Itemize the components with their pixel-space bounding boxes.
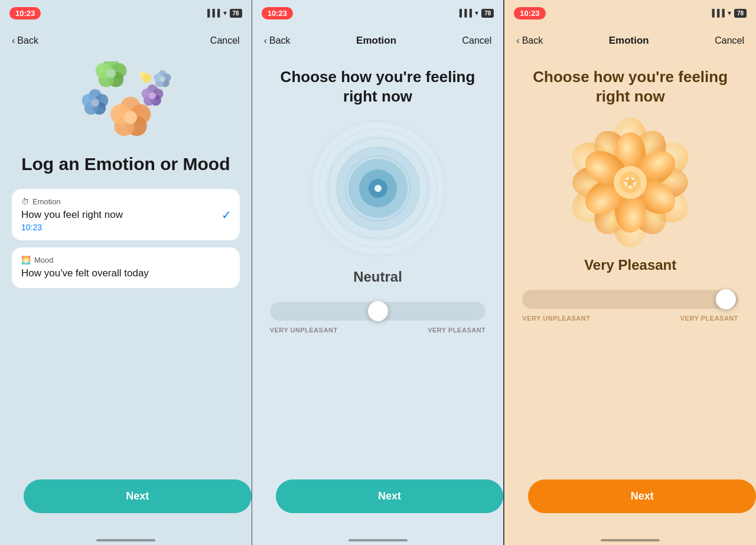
cancel-button-2[interactable]: Cancel xyxy=(462,35,492,46)
mood-icon: 🌅 xyxy=(21,256,31,265)
big-flower-svg xyxy=(565,118,695,247)
flowers-cluster xyxy=(79,61,173,144)
big-flower-visual xyxy=(565,118,695,247)
phone-panel-3: 10:23 ▐▐▐ ▾ 78 ‹ Back Emotion Cancel Cho… xyxy=(504,0,756,545)
mood-label-text: Mood xyxy=(34,256,54,265)
content-2: Choose how you're feeling right now xyxy=(252,56,504,479)
choose-title-2: Choose how you're feeling right now xyxy=(264,67,492,106)
phone-panel-2: 10:23 ▐▐▐ ▾ 78 ‹ Back Emotion Cancel Cho… xyxy=(252,0,504,545)
signal-icon-3: ▐▐▐ xyxy=(709,9,725,17)
slider-thumb-2[interactable] xyxy=(368,301,388,321)
battery-2: 78 xyxy=(481,9,494,18)
back-label-2: Back xyxy=(269,35,291,46)
bottom-bar-2 xyxy=(252,527,504,545)
back-label-3: Back xyxy=(522,35,543,46)
back-button-3[interactable]: ‹ Back xyxy=(516,35,543,46)
cancel-button-3[interactable]: Cancel xyxy=(715,35,744,46)
svg-point-5 xyxy=(106,68,116,78)
emotion-state-label-2: Neutral xyxy=(353,269,402,285)
status-bar-3: 10:23 ▐▐▐ ▾ 78 xyxy=(504,0,756,26)
next-btn-2[interactable]: Next xyxy=(264,479,504,513)
emotion-card[interactable]: ⏱ Emotion How you feel right now 10:23 ✓ xyxy=(12,189,240,240)
status-time-3: 10:23 xyxy=(514,7,545,19)
home-indicator-1 xyxy=(96,539,155,541)
nav-bar-2: ‹ Back Emotion Cancel xyxy=(252,26,504,56)
chevron-left-icon-1: ‹ xyxy=(12,35,15,46)
nav-title-3: Emotion xyxy=(609,35,649,47)
emotion-description: How you feel right now xyxy=(21,208,230,221)
back-button-1[interactable]: ‹ Back xyxy=(12,35,38,46)
flowers-svg xyxy=(79,61,173,144)
nav-bar-3: ‹ Back Emotion Cancel xyxy=(504,26,756,56)
battery-3: 78 xyxy=(734,9,747,18)
nav-title-2: Emotion xyxy=(356,35,396,47)
status-icons-3: ▐▐▐ ▾ 78 xyxy=(709,9,747,18)
next-btn-3[interactable]: Next xyxy=(516,479,756,513)
home-indicator-3 xyxy=(601,539,660,541)
concentric-svg xyxy=(307,118,449,259)
next-btn-1[interactable]: Next xyxy=(12,479,252,513)
slider-labels-3: VERY UNPLEASANT VERY PLEASANT xyxy=(522,315,738,322)
slider-labels-2: VERY UNPLEASANT VERY PLEASANT xyxy=(270,327,486,334)
signal-icon-2: ▐▐▐ xyxy=(457,9,472,17)
log-title: Log an Emotion or Mood xyxy=(21,154,230,175)
mood-card[interactable]: 🌅 Mood How you've felt overall today xyxy=(12,247,240,288)
phone-panel-1: 10:23 ▐▐▐ ▾ 78 ‹ Back Cancel xyxy=(0,0,252,545)
svg-point-11 xyxy=(91,99,99,107)
chevron-left-icon-2: ‹ xyxy=(264,35,267,46)
mood-label-row: 🌅 Mood xyxy=(21,256,230,265)
emotion-time: 10:23 xyxy=(21,223,230,232)
slider-section-2[interactable]: VERY UNPLEASANT VERY PLEASANT xyxy=(264,299,492,334)
svg-point-25 xyxy=(139,71,145,77)
bottom-bar-3 xyxy=(504,527,756,545)
nav-bar-1: ‹ Back Cancel xyxy=(0,26,252,56)
status-bar-1: 10:23 ▐▐▐ ▾ 78 xyxy=(0,0,252,26)
svg-point-43 xyxy=(374,185,382,192)
emotion-label-text: Emotion xyxy=(32,197,61,206)
mood-description: How you've felt overall today xyxy=(21,267,230,280)
checkmark-icon: ✓ xyxy=(221,208,232,222)
emotion-icon: ⏱ xyxy=(21,197,29,206)
bottom-bar-1 xyxy=(0,527,252,545)
back-button-2[interactable]: ‹ Back xyxy=(264,35,291,46)
slider-right-label-2: VERY PLEASANT xyxy=(428,327,485,334)
slider-right-label-3: VERY PLEASANT xyxy=(680,315,738,322)
status-icons-1: ▐▐▐ ▾ 78 xyxy=(205,9,242,18)
status-bar-2: 10:23 ▐▐▐ ▾ 78 xyxy=(252,0,504,26)
concentric-visual xyxy=(307,118,449,259)
slider-left-label-2: VERY UNPLEASANT xyxy=(270,327,338,334)
next-button-3[interactable]: Next xyxy=(528,479,756,513)
status-time-2: 10:23 xyxy=(262,7,293,19)
cancel-button-1[interactable]: Cancel xyxy=(210,35,240,46)
svg-point-17 xyxy=(124,111,137,124)
slider-section-3[interactable]: VERY UNPLEASANT VERY PLEASANT xyxy=(516,288,744,322)
status-time-1: 10:23 xyxy=(9,7,41,19)
status-icons-2: ▐▐▐ ▾ 78 xyxy=(457,9,494,18)
battery-1: 78 xyxy=(230,9,242,18)
slider-bg-3 xyxy=(522,290,738,309)
emotion-state-label-3: Very Pleasant xyxy=(584,257,676,273)
slider-thumb-3[interactable] xyxy=(716,289,736,309)
slider-track-2[interactable] xyxy=(270,299,486,323)
signal-icon: ▐▐▐ xyxy=(205,9,220,17)
wifi-icon-3: ▾ xyxy=(728,9,731,17)
next-button-2[interactable]: Next xyxy=(276,479,504,513)
slider-track-3[interactable] xyxy=(522,288,738,311)
chevron-left-icon-3: ‹ xyxy=(516,35,519,46)
wifi-icon-2: ▾ xyxy=(475,9,478,17)
choose-title-3: Choose how you're feeling right now xyxy=(516,67,744,106)
home-indicator-2 xyxy=(348,539,408,541)
wifi-icon: ▾ xyxy=(223,9,227,17)
next-button-1[interactable]: Next xyxy=(24,479,252,513)
slider-bg-2 xyxy=(270,302,486,321)
svg-point-31 xyxy=(159,77,165,82)
slider-left-label-3: VERY UNPLEASANT xyxy=(522,315,590,322)
back-label-1: Back xyxy=(17,35,38,46)
emotion-label-row: ⏱ Emotion xyxy=(21,197,230,206)
content-3: Choose how you're feeling right now xyxy=(504,56,756,479)
content-1: Log an Emotion or Mood ⏱ Emotion How you… xyxy=(0,56,252,479)
svg-point-23 xyxy=(149,92,156,99)
